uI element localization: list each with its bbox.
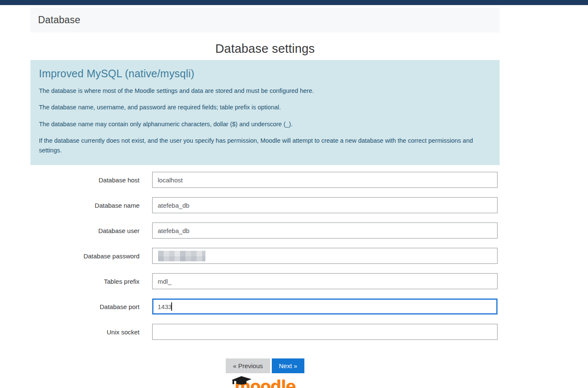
dbsocket-input-wrap [152,324,498,340]
dbport-input-wrap [152,298,498,315]
text-caret [171,302,172,311]
dbpass-label: Database password [30,252,152,260]
prefix-label: Tables prefix [30,278,152,285]
dbsocket-label: Unix socket [30,328,152,336]
page-header-title: Database [38,14,80,26]
dbname-label: Database name [30,202,152,209]
form-row-dbuser: Database user [30,222,500,239]
info-paragraph: The database is where most of the Moodle… [39,86,490,95]
password-redaction-blur [158,251,205,261]
page-title: Database settings [30,42,500,56]
database-settings-form: Database host Database name Database use… [30,172,500,340]
wizard-buttons: « Previous Next » [30,358,500,373]
graduation-cap-icon [230,375,252,385]
form-row-prefix: Tables prefix [30,273,500,289]
prefix-input-wrap [152,273,498,289]
dbsocket-input[interactable] [152,324,498,340]
info-paragraph: If the database currently does not exist… [39,136,490,155]
prefix-input[interactable] [152,273,498,289]
dbname-input-wrap [152,197,498,213]
top-navy-bar [0,0,588,5]
page-header: Database [30,8,500,33]
form-row-dbpass: Database password [30,248,500,264]
dbname-input[interactable] [152,197,498,213]
dbhost-input-wrap [152,172,498,188]
moodle-logo: moodle [235,379,296,388]
dbport-input-focused[interactable] [152,298,498,315]
dbhost-input[interactable] [152,172,498,188]
footer: moodle [30,379,500,388]
dbuser-input[interactable] [152,222,498,239]
page-container: Database Database settings Improved MySQ… [30,8,500,388]
form-row-dbsocket: Unix socket [30,324,500,340]
form-row-dbhost: Database host [30,172,500,188]
dbpass-input-wrap [152,248,498,264]
info-alert-box: Improved MySQL (native/mysqli) The datab… [30,60,500,165]
info-paragraph: The database name may contain only alpha… [39,119,490,129]
dbuser-label: Database user [30,227,152,234]
form-row-dbname: Database name [30,197,500,213]
info-paragraph: The database name, username, and passwor… [39,103,490,112]
dbhost-label: Database host [30,176,152,184]
form-row-dbport: Database port [30,298,500,315]
previous-button[interactable]: « Previous [226,358,270,373]
dbport-label: Database port [30,303,152,310]
driver-heading: Improved MySQL (native/mysqli) [39,68,490,80]
next-button[interactable]: Next » [272,358,304,373]
dbuser-input-wrap [152,222,498,239]
